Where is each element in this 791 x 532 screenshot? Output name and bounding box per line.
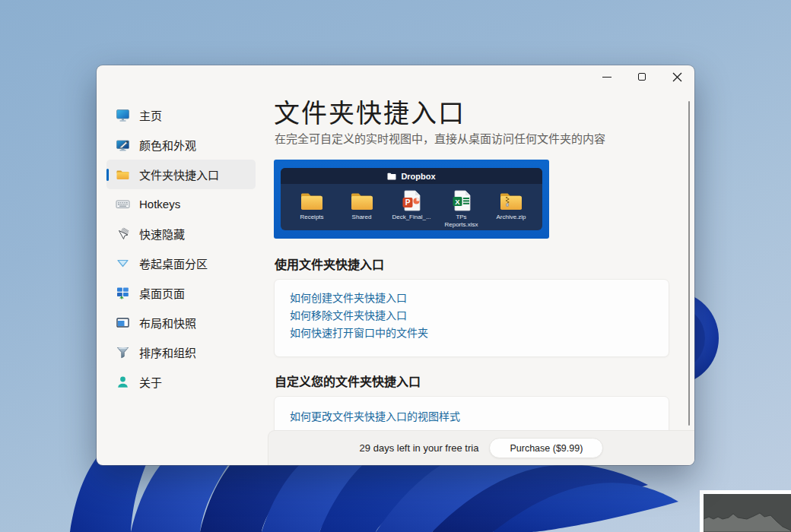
powerpoint-file-icon: P [402, 189, 421, 211]
maximize-icon [638, 73, 646, 81]
cursor-hide-icon [116, 226, 130, 241]
trial-bar: 29 days left in your free tria Purchase … [268, 430, 694, 465]
sidebar-item-desktop-pages[interactable]: 桌面页面 [106, 278, 256, 308]
sidebar-item-home[interactable]: 主页 [106, 100, 256, 130]
section-heading-using: 使用文件夹快捷入口 [275, 255, 384, 273]
appearance-icon [116, 138, 130, 152]
portal-item-zip: Archive.zip [488, 189, 535, 230]
app-window: 主页 颜色和外观 [97, 65, 694, 465]
sidebar-item-label: 排序和组织 [139, 344, 196, 360]
desktop-screen: 主页 颜色和外观 [0, 0, 791, 532]
sidebar-item-label: 颜色和外观 [139, 137, 196, 153]
portal-title: Dropbox [401, 172, 435, 181]
main-content: 文件夹快捷入口 在完全可自定义的实时视图中，直接从桌面访问任何文件夹的内容 Dr… [274, 65, 694, 465]
page-subtitle: 在完全可自定义的实时视图中，直接从桌面访问任何文件夹的内容 [275, 130, 605, 146]
excel-file-icon: X [452, 189, 472, 211]
desktop-pages-icon [116, 286, 130, 300]
yellow-folder-icon [350, 189, 374, 211]
sidebar-item-label: Hotkeys [139, 198, 180, 211]
help-link-create-portal[interactable]: 如何创建文件夹快捷入口 [290, 290, 653, 307]
sidebar-item-folder-portals[interactable]: 文件夹快捷入口 [106, 160, 256, 189]
minimize-icon [602, 77, 612, 78]
sidebar-item-hotkeys[interactable]: Hotkeys [106, 189, 256, 219]
page-title: 文件夹快捷入口 [274, 93, 465, 130]
rollup-triangle-icon [116, 256, 130, 271]
white-folder-icon [387, 173, 396, 180]
minimize-button[interactable] [589, 65, 624, 88]
mountain-thumbnail-image [704, 494, 791, 532]
keyboard-icon [116, 197, 130, 211]
svg-text:P: P [405, 198, 411, 207]
yellow-folder-icon [300, 189, 324, 211]
help-link-remove-portal[interactable]: 如何移除文件夹快捷入口 [290, 307, 653, 325]
folder-icon [116, 167, 130, 182]
sidebar-item-label: 主页 [139, 107, 162, 123]
sidebar-item-label: 卷起桌面分区 [139, 255, 208, 271]
sidebar-item-about[interactable]: 关于 [106, 367, 256, 397]
sidebar: 主页 颜色和外观 [106, 100, 256, 397]
sidebar-item-rollup-partitions[interactable]: 卷起桌面分区 [106, 249, 256, 278]
trial-days-remaining: 29 days left in your free tria [360, 442, 479, 454]
section-heading-customize: 自定义您的文件夹快捷入口 [275, 372, 421, 390]
sidebar-item-label: 布局和快照 [139, 315, 196, 331]
scrollbar-thumb[interactable] [688, 101, 690, 426]
selected-indicator [106, 169, 109, 181]
portal-items: Receipts Shared [281, 184, 542, 230]
portal-item-label: TPs Reports.xlsx [440, 214, 484, 230]
person-icon [116, 375, 130, 389]
portal-item-label: Shared [352, 214, 372, 221]
window-controls [589, 65, 694, 88]
folder-portal-preview-panel: Dropbox [281, 168, 542, 230]
sidebar-item-quick-hide[interactable]: 快速隐藏 [106, 219, 256, 249]
portal-item-folder: Shared [338, 189, 386, 230]
sidebar-item-layouts-snapshots[interactable]: 布局和快照 [106, 308, 256, 337]
maximize-button[interactable] [624, 65, 659, 88]
close-icon [672, 72, 682, 82]
sidebar-item-label: 快速隐藏 [139, 226, 185, 242]
sidebar-item-label: 桌面页面 [139, 285, 185, 301]
sidebar-item-label: 关于 [139, 374, 162, 390]
svg-text:X: X [455, 198, 460, 206]
portal-item-label: Deck_Final_... [392, 214, 430, 221]
mountain-thumbnail [700, 490, 791, 532]
zip-folder-icon [499, 189, 523, 211]
portal-header: Dropbox [281, 168, 542, 184]
help-links-card-using: 如何创建文件夹快捷入口 如何移除文件夹快捷入口 如何快速打开窗口中的文件夹 [274, 279, 669, 357]
monitor-icon [116, 108, 130, 122]
portal-item-excel: X TPs Reports.xlsx [438, 189, 485, 230]
sort-funnel-icon [116, 345, 130, 359]
help-link-open-folder-in-window[interactable]: 如何快速打开窗口中的文件夹 [290, 325, 653, 342]
portal-item-folder: Receipts [288, 189, 335, 230]
sidebar-item-sort-organize[interactable]: 排序和组织 [106, 337, 256, 367]
sidebar-item-appearance[interactable]: 颜色和外观 [106, 130, 256, 160]
portal-item-powerpoint: P Deck_Final_... [388, 189, 435, 230]
portal-item-label: Receipts [300, 214, 323, 221]
portal-item-label: Archive.zip [496, 214, 526, 221]
layout-window-icon [116, 315, 130, 330]
help-link-change-view-style[interactable]: 如何更改文件夹快捷入口的视图样式 [290, 408, 653, 426]
close-button[interactable] [659, 65, 694, 88]
feature-preview-image: Dropbox [274, 160, 549, 239]
sidebar-item-label: 文件夹快捷入口 [139, 166, 219, 182]
purchase-button[interactable]: Purchase ($9.99) [489, 438, 603, 458]
